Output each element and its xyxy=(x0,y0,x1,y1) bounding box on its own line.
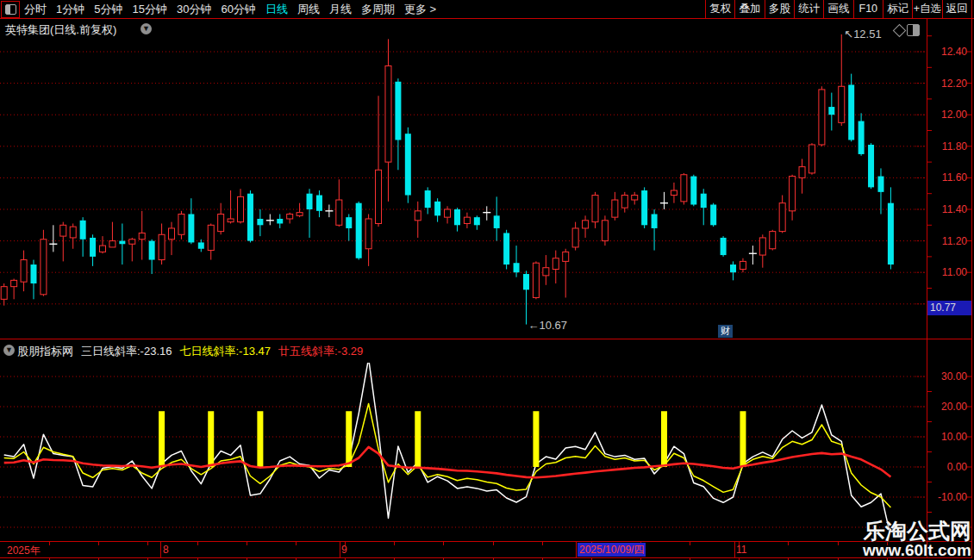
indicator-value-1: 七日线斜率:-13.47 xyxy=(179,344,270,359)
indicator-values: 三日线斜率:-23.16七日线斜率:-13.47廿五线斜率:-3.29 xyxy=(81,344,363,359)
menu-item-10[interactable]: 更多 > xyxy=(404,2,436,17)
menu-item-7[interactable]: 周线 xyxy=(297,2,320,17)
chart-canvas[interactable] xyxy=(0,0,974,560)
title-chevron-down-icon[interactable]: ▼ xyxy=(140,23,152,34)
tool-item-3[interactable]: 统计 xyxy=(794,0,823,18)
tools-menu: 复权叠加多股统计画线F10标记+自选返回 xyxy=(705,0,972,18)
menu-item-6[interactable]: 日线 xyxy=(265,2,288,17)
menu-item-2[interactable]: 5分钟 xyxy=(94,2,122,17)
low-price-annotation: ←10.67 xyxy=(528,319,567,332)
indicator-source-label[interactable]: 股朋指标网 xyxy=(17,344,73,359)
indicator-plot xyxy=(4,358,891,537)
gridlines xyxy=(0,52,926,527)
layout-toggle-icon[interactable] xyxy=(1,1,20,18)
date-tick-label: 9 xyxy=(341,544,347,556)
period-menu: 分时1分钟5分钟15分钟30分钟60分钟日线周线月线多周期更多 > xyxy=(24,0,436,18)
price-tick-label: 11.00 xyxy=(928,266,967,278)
panel-frame xyxy=(0,19,972,558)
menu-item-8[interactable]: 月线 xyxy=(329,2,352,17)
menu-item-0[interactable]: 分时 xyxy=(24,2,47,17)
page-title: 英特集团(日线.前复权) xyxy=(5,22,116,38)
menu-item-4[interactable]: 30分钟 xyxy=(177,2,211,17)
indicator-chevron-down-icon[interactable]: ▼ xyxy=(3,345,15,356)
menu-item-5[interactable]: 60分钟 xyxy=(221,2,255,17)
menu-item-1[interactable]: 1分钟 xyxy=(56,2,84,17)
tool-item-5[interactable]: F10 xyxy=(853,0,883,18)
indicator-tick-label: 0.00 xyxy=(928,461,967,473)
price-tick-label: 12.20 xyxy=(928,78,967,90)
indicator-tick-label: 30.00 xyxy=(928,370,967,383)
trading-app-window: { "toolbar": { "left_items": [ {"label":… xyxy=(0,0,974,560)
indicator-tick-label: 10.00 xyxy=(928,431,967,443)
price-tick-label: 11.80 xyxy=(928,140,967,152)
tool-item-1[interactable]: 叠加 xyxy=(734,0,764,18)
indicator-value-2: 廿五线斜率:-3.29 xyxy=(278,344,363,359)
date-tick-label: 8 xyxy=(163,544,169,556)
price-tick-label: 11.40 xyxy=(928,203,967,215)
candles-group xyxy=(1,34,894,325)
tool-item-6[interactable]: 标记 xyxy=(883,0,912,18)
tool-item-4[interactable]: 画线 xyxy=(823,0,852,18)
price-tick-label: 11.60 xyxy=(928,171,967,184)
tool-item-8[interactable]: 返回 xyxy=(942,0,972,18)
date-tick-label: 11 xyxy=(736,544,746,556)
watermark-site-name: 乐淘公式网 xyxy=(864,520,971,542)
half-filled-square-icon xyxy=(5,4,16,15)
panel-layout-icon[interactable] xyxy=(907,24,920,36)
indicator-value-0: 三日线斜率:-23.16 xyxy=(81,344,172,359)
date-tick-label: 2025年 xyxy=(7,544,41,558)
top-menubar: 分时1分钟5分钟15分钟30分钟60分钟日线周线月线多周期更多 > 复权叠加多股… xyxy=(0,0,974,19)
price-tick-label: 11.20 xyxy=(928,235,967,247)
menu-item-9[interactable]: 多周期 xyxy=(361,2,395,17)
indicator-tick-label: -10.00 xyxy=(928,491,967,503)
indicator-header: 股朋指标网 三日线斜率:-23.16七日线斜率:-13.47廿五线斜率:-3.2… xyxy=(17,344,363,359)
last-price-box: 10.77 xyxy=(927,301,971,315)
tool-item-7[interactable]: +自选 xyxy=(912,0,941,18)
cursor-date-label: 2025/10/09/四 xyxy=(578,543,646,557)
high-price-annotation: ↖12.51 xyxy=(844,28,881,40)
menu-item-3[interactable]: 15分钟 xyxy=(132,2,166,17)
finance-report-badge[interactable]: 财 xyxy=(718,325,733,338)
price-tick-label: 12.40 xyxy=(928,46,967,58)
price-tick-label: 12.00 xyxy=(928,109,967,121)
tool-item-0[interactable]: 复权 xyxy=(705,0,734,18)
watermark-site-url: www.60lt.com xyxy=(863,542,971,559)
indicator-tick-label: 20.00 xyxy=(928,401,967,413)
tool-item-2[interactable]: 多股 xyxy=(765,0,794,18)
